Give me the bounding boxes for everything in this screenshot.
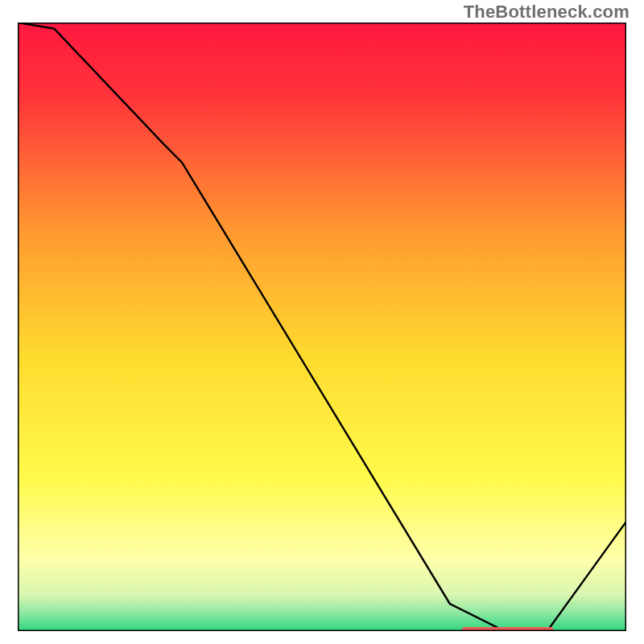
chart-background [18, 23, 626, 631]
bottleneck-chart [18, 23, 626, 631]
watermark-text: TheBottleneck.com [464, 2, 630, 23]
